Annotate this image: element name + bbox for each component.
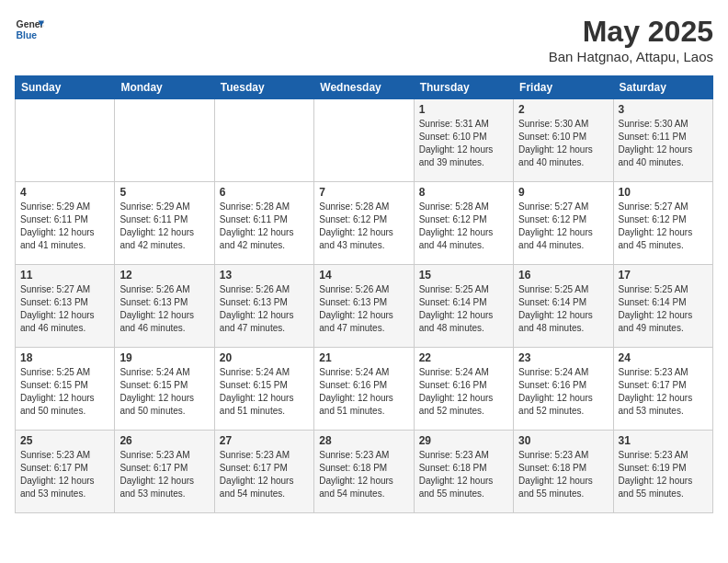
title-block: May 2025 Ban Hatgnao, Attapu, Laos [549,15,713,64]
day-info: Sunrise: 5:27 AM Sunset: 6:12 PM Dayligh… [518,201,608,252]
calendar-cell: 7Sunrise: 5:28 AM Sunset: 6:12 PM Daylig… [314,182,414,265]
day-header-saturday: Saturday [613,76,712,99]
day-number: 3 [619,103,708,116]
day-number: 12 [119,269,209,282]
day-number: 4 [20,186,109,199]
calendar-cell: 1Sunrise: 5:31 AM Sunset: 6:10 PM Daylig… [414,99,513,182]
calendar-cell: 5Sunrise: 5:29 AM Sunset: 6:11 PM Daylig… [115,182,214,265]
day-info: Sunrise: 5:27 AM Sunset: 6:13 PM Dayligh… [20,283,109,335]
day-header-monday: Monday [115,76,214,99]
calendar-cell: 29Sunrise: 5:23 AM Sunset: 6:18 PM Dayli… [414,431,513,513]
calendar-cell: 18Sunrise: 5:25 AM Sunset: 6:15 PM Dayli… [16,348,115,431]
calendar-cell: 20Sunrise: 5:24 AM Sunset: 6:15 PM Dayli… [214,348,313,431]
day-number: 9 [518,186,608,199]
day-number: 14 [319,269,408,282]
day-info: Sunrise: 5:27 AM Sunset: 6:12 PM Dayligh… [619,201,708,252]
calendar-cell: 17Sunrise: 5:25 AM Sunset: 6:14 PM Dayli… [613,265,712,348]
calendar-table: SundayMondayTuesdayWednesdayThursdayFrid… [15,75,713,513]
day-info: Sunrise: 5:23 AM Sunset: 6:19 PM Dayligh… [619,449,708,500]
day-info: Sunrise: 5:23 AM Sunset: 6:17 PM Dayligh… [619,366,708,418]
day-info: Sunrise: 5:26 AM Sunset: 6:13 PM Dayligh… [319,283,408,335]
calendar-cell [115,99,214,182]
calendar-cell: 25Sunrise: 5:23 AM Sunset: 6:17 PM Dayli… [16,431,115,513]
day-info: Sunrise: 5:25 AM Sunset: 6:14 PM Dayligh… [619,283,708,335]
calendar-cell [214,99,313,182]
calendar-cell: 22Sunrise: 5:24 AM Sunset: 6:16 PM Dayli… [414,348,513,431]
day-number: 11 [20,269,109,282]
calendar-cell: 13Sunrise: 5:26 AM Sunset: 6:13 PM Dayli… [214,265,313,348]
calendar-cell: 12Sunrise: 5:26 AM Sunset: 6:13 PM Dayli… [115,265,214,348]
day-number: 6 [220,186,309,199]
calendar-cell: 23Sunrise: 5:24 AM Sunset: 6:16 PM Dayli… [514,348,613,431]
calendar-week-3: 11Sunrise: 5:27 AM Sunset: 6:13 PM Dayli… [16,265,713,348]
calendar-cell [314,99,414,182]
calendar-cell: 9Sunrise: 5:27 AM Sunset: 6:12 PM Daylig… [514,182,613,265]
calendar-cell: 4Sunrise: 5:29 AM Sunset: 6:11 PM Daylig… [16,182,115,265]
calendar-header-row: SundayMondayTuesdayWednesdayThursdayFrid… [16,76,713,99]
calendar-week-1: 1Sunrise: 5:31 AM Sunset: 6:10 PM Daylig… [16,99,713,182]
page-header: General Blue May 2025 Ban Hatgnao, Attap… [15,15,713,64]
day-number: 15 [419,269,508,282]
day-info: Sunrise: 5:24 AM Sunset: 6:15 PM Dayligh… [119,366,209,418]
calendar-cell: 16Sunrise: 5:25 AM Sunset: 6:14 PM Dayli… [514,265,613,348]
calendar-cell: 19Sunrise: 5:24 AM Sunset: 6:15 PM Dayli… [115,348,214,431]
calendar-cell [16,99,115,182]
calendar-cell: 26Sunrise: 5:23 AM Sunset: 6:17 PM Dayli… [115,431,214,513]
day-number: 13 [220,269,309,282]
calendar-cell: 21Sunrise: 5:24 AM Sunset: 6:16 PM Dayli… [314,348,414,431]
day-number: 28 [319,434,408,447]
day-info: Sunrise: 5:31 AM Sunset: 6:10 PM Dayligh… [419,118,508,169]
day-number: 23 [518,351,608,364]
calendar-cell: 3Sunrise: 5:30 AM Sunset: 6:11 PM Daylig… [613,99,712,182]
calendar-week-5: 25Sunrise: 5:23 AM Sunset: 6:17 PM Dayli… [16,431,713,513]
day-number: 31 [619,434,708,447]
day-info: Sunrise: 5:23 AM Sunset: 6:17 PM Dayligh… [220,449,309,500]
calendar-cell: 28Sunrise: 5:23 AM Sunset: 6:18 PM Dayli… [314,431,414,513]
calendar-body: 1Sunrise: 5:31 AM Sunset: 6:10 PM Daylig… [16,99,713,513]
day-info: Sunrise: 5:24 AM Sunset: 6:15 PM Dayligh… [220,366,309,418]
day-header-tuesday: Tuesday [214,76,313,99]
day-number: 2 [518,103,608,116]
day-info: Sunrise: 5:25 AM Sunset: 6:14 PM Dayligh… [518,283,608,335]
day-info: Sunrise: 5:23 AM Sunset: 6:18 PM Dayligh… [319,449,408,500]
day-info: Sunrise: 5:25 AM Sunset: 6:14 PM Dayligh… [419,283,508,335]
logo-icon: General Blue [15,15,44,44]
day-info: Sunrise: 5:24 AM Sunset: 6:16 PM Dayligh… [419,366,508,418]
day-info: Sunrise: 5:23 AM Sunset: 6:17 PM Dayligh… [20,449,109,500]
day-number: 25 [20,434,109,447]
month-title: May 2025 [549,15,713,49]
day-info: Sunrise: 5:23 AM Sunset: 6:18 PM Dayligh… [419,449,508,500]
logo: General Blue [15,15,44,44]
day-number: 16 [518,269,608,282]
calendar-cell: 27Sunrise: 5:23 AM Sunset: 6:17 PM Dayli… [214,431,313,513]
day-number: 26 [119,434,209,447]
calendar-cell: 2Sunrise: 5:30 AM Sunset: 6:10 PM Daylig… [514,99,613,182]
day-info: Sunrise: 5:25 AM Sunset: 6:15 PM Dayligh… [20,366,109,418]
day-number: 8 [419,186,508,199]
day-info: Sunrise: 5:30 AM Sunset: 6:11 PM Dayligh… [619,118,708,169]
calendar-cell: 14Sunrise: 5:26 AM Sunset: 6:13 PM Dayli… [314,265,414,348]
day-number: 5 [119,186,209,199]
day-info: Sunrise: 5:29 AM Sunset: 6:11 PM Dayligh… [20,201,109,252]
day-number: 10 [619,186,708,199]
day-header-wednesday: Wednesday [314,76,414,99]
day-info: Sunrise: 5:28 AM Sunset: 6:12 PM Dayligh… [419,201,508,252]
calendar-week-4: 18Sunrise: 5:25 AM Sunset: 6:15 PM Dayli… [16,348,713,431]
day-info: Sunrise: 5:23 AM Sunset: 6:18 PM Dayligh… [518,449,608,500]
svg-text:Blue: Blue [17,30,38,40]
day-info: Sunrise: 5:23 AM Sunset: 6:17 PM Dayligh… [119,449,209,500]
day-header-friday: Friday [514,76,613,99]
day-number: 18 [20,351,109,364]
day-number: 30 [518,434,608,447]
calendar-week-2: 4Sunrise: 5:29 AM Sunset: 6:11 PM Daylig… [16,182,713,265]
day-number: 7 [319,186,408,199]
day-info: Sunrise: 5:24 AM Sunset: 6:16 PM Dayligh… [319,366,408,418]
calendar-cell: 30Sunrise: 5:23 AM Sunset: 6:18 PM Dayli… [514,431,613,513]
day-info: Sunrise: 5:26 AM Sunset: 6:13 PM Dayligh… [119,283,209,335]
calendar-cell: 24Sunrise: 5:23 AM Sunset: 6:17 PM Dayli… [613,348,712,431]
day-info: Sunrise: 5:30 AM Sunset: 6:10 PM Dayligh… [518,118,608,169]
day-info: Sunrise: 5:29 AM Sunset: 6:11 PM Dayligh… [119,201,209,252]
calendar-cell: 11Sunrise: 5:27 AM Sunset: 6:13 PM Dayli… [16,265,115,348]
day-info: Sunrise: 5:26 AM Sunset: 6:13 PM Dayligh… [220,283,309,335]
day-header-sunday: Sunday [16,76,115,99]
